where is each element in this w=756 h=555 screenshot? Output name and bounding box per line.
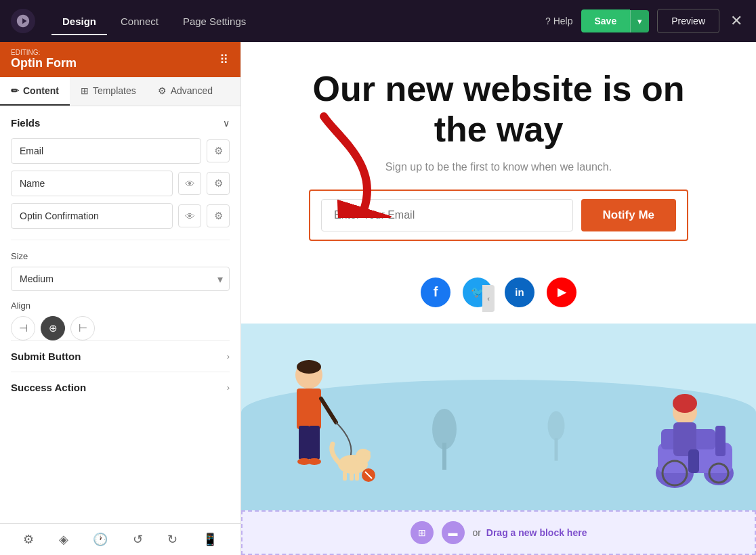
name-field-row: 👁 ⚙ [11,171,230,196]
align-buttons: ⊣ ⊕ ⊢ [11,316,230,340]
preview-wrapper: ‹ Our new website is on the way Sign up … [241,42,756,555]
svg-rect-13 [350,471,354,481]
optin-field-input[interactable] [11,203,173,229]
svg-rect-28 [688,449,699,473]
fields-title: Fields [11,117,40,129]
svg-rect-3 [297,388,321,429]
name-visibility-icon[interactable]: 👁 [178,172,201,195]
tab-connect[interactable]: Connect [110,10,169,32]
pencil-icon: ✏ [11,85,19,96]
optin-field-row: 👁 ⚙ [11,203,230,229]
tab-templates[interactable]: ⊞ Templates [70,77,147,106]
nav-tabs: Design Connect Page Settings [51,10,529,32]
svg-rect-24 [715,426,726,456]
align-left-button[interactable]: ⊣ [11,316,35,340]
save-button-group: Save ▾ [581,9,650,32]
linkedin-icon[interactable]: in [505,278,534,307]
sidebar-content: Fields ∨ ⚙ 👁 ⚙ 👁 ⚙ Size [0,106,240,523]
svg-point-7 [308,458,321,465]
notify-me-button[interactable]: Notify Me [581,199,677,231]
preview-button[interactable]: Preview [657,9,719,33]
optin-form-area: Notify Me [309,190,688,241]
name-field-input[interactable] [11,171,173,196]
submit-button-label: Submit Button [11,351,81,362]
help-circle-icon: ? [545,16,551,26]
size-select-wrapper: Medium Small Large ▾ [11,267,230,291]
drag-bar[interactable]: ⊞ ▬ or Drag a new block here [241,510,756,555]
editing-label: EDITING: [11,49,77,56]
size-select[interactable]: Medium Small Large [11,267,230,291]
sidebar-header: EDITING: Optin Form ⠿ [0,42,240,77]
email-field-input[interactable] [11,138,201,164]
svg-rect-14 [355,471,359,481]
app-logo [11,9,35,33]
name-settings-icon[interactable]: ⚙ [207,172,230,195]
tab-design[interactable]: Design [51,10,107,32]
illustration-area [241,324,756,510]
svg-point-18 [432,409,457,449]
fields-section-header: Fields ∨ [11,117,230,129]
svg-point-20 [548,411,565,440]
success-action-section[interactable]: Success Action › [11,372,230,403]
social-bar: f 🐦 in ▶ [241,261,756,324]
svg-point-11 [362,450,371,456]
tab-content[interactable]: ✏ Content [0,77,70,106]
templates-icon: ⊞ [81,85,89,96]
success-expand-icon: › [227,382,230,393]
svg-point-2 [297,360,321,374]
sidebar: EDITING: Optin Form ⠿ ✏ Content ⊞ Templa… [0,42,241,555]
size-label: Size [11,251,230,261]
scooter-illustration [621,368,742,490]
advanced-icon: ⚙ [158,85,167,96]
close-button[interactable]: ✕ [728,9,745,32]
block-icon: ▬ [442,521,465,544]
grid-icon: ⊞ [411,521,434,544]
help-button[interactable]: ? Help [545,16,573,26]
preview-hero-section: Our new website is on the way Sign up to… [241,42,756,261]
drag-bar-text: or Drag a new block here [473,527,587,538]
sidebar-bottom-toolbar: ⚙ ◈ 🕐 ↺ ↻ 📱 [0,523,240,555]
preview-subtext: Sign up to be the first to know when we … [282,161,715,173]
tree-2 [539,402,573,463]
submit-expand-icon: › [227,351,230,361]
submit-button-section[interactable]: Submit Button › [11,340,230,372]
align-label: Align [11,301,230,311]
success-action-label: Success Action [11,382,86,393]
youtube-icon[interactable]: ▶ [547,278,576,307]
save-button[interactable]: Save [581,9,631,32]
sidebar-tabs: ✏ Content ⊞ Templates ⚙ Advanced [0,77,240,106]
layers-bottom-icon[interactable]: ◈ [59,532,68,547]
svg-point-29 [673,394,697,413]
divider-1 [11,240,230,240]
undo-bottom-icon[interactable]: ↺ [133,532,143,547]
nav-right-actions: ? Help Save ▾ Preview ✕ [545,9,745,33]
facebook-icon[interactable]: f [421,278,450,307]
save-dropdown-button[interactable]: ▾ [630,10,649,32]
align-center-button[interactable]: ⊕ [41,316,65,340]
align-right-button[interactable]: ⊢ [70,316,95,340]
email-settings-icon[interactable]: ⚙ [207,139,230,162]
tree-1 [424,402,465,470]
settings-bottom-icon[interactable]: ⚙ [23,532,34,547]
svg-rect-19 [555,438,558,460]
dots-menu-icon[interactable]: ⠿ [219,52,230,67]
email-optin-input[interactable] [321,199,573,231]
fields-collapse-icon[interactable]: ∨ [223,118,230,129]
optin-settings-icon[interactable]: ⚙ [207,204,230,227]
tab-advanced[interactable]: ⚙ Advanced [147,77,224,106]
redo-bottom-icon[interactable]: ↻ [167,532,177,547]
person-dog-illustration [248,355,397,490]
main-body: EDITING: Optin Form ⠿ ✏ Content ⊞ Templa… [0,42,756,555]
top-navigation: Design Connect Page Settings ? Help Save… [0,0,756,42]
mobile-bottom-icon[interactable]: 📱 [203,532,217,547]
preview-headline: Our new website is on the way [282,69,715,150]
drag-bar-link[interactable]: Drag a new block here [486,527,587,538]
svg-line-8 [321,399,336,422]
optin-visibility-icon[interactable]: 👁 [178,204,201,227]
sidebar-title: Optin Form [11,56,77,70]
sidebar-collapse-button[interactable]: ‹ [482,285,495,312]
email-field-row: ⚙ [11,138,230,164]
history-bottom-icon[interactable]: 🕐 [93,532,108,547]
svg-rect-12 [343,471,347,481]
tab-page-settings[interactable]: Page Settings [172,10,257,32]
